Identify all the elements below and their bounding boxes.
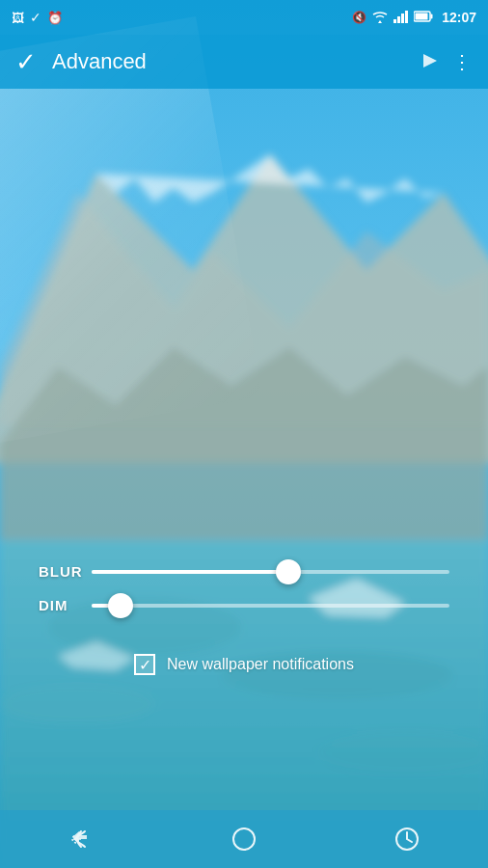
more-options-button[interactable]: ⋮ <box>452 50 473 73</box>
svg-rect-18 <box>416 13 428 19</box>
dim-slider-container[interactable] <box>92 604 449 608</box>
checkbox-box[interactable]: ✓ <box>134 654 155 675</box>
blur-thumb[interactable] <box>276 559 301 584</box>
toolbar-title: Advanced <box>52 49 423 74</box>
checkbox-checkmark-icon: ✓ <box>139 656 151 674</box>
blur-fill <box>92 570 288 574</box>
status-bar-left: 🖼 ✓ ⏰ <box>12 10 63 25</box>
svg-rect-15 <box>405 11 408 23</box>
battery-icon <box>414 11 433 25</box>
notification-row: ✓ New wallpaper notifications <box>0 654 488 675</box>
content-area: BLUR DIM <box>0 89 488 810</box>
blur-slider-container[interactable] <box>92 570 449 574</box>
dim-track <box>92 604 449 608</box>
alarm-status-icon: ⏰ <box>47 11 63 25</box>
svg-rect-12 <box>393 19 396 23</box>
svg-point-21 <box>233 828 255 850</box>
checkbox-label: New wallpaper notifications <box>167 656 354 673</box>
dim-slider-row: DIM <box>39 597 449 613</box>
mute-icon: 🔇 <box>352 11 366 24</box>
svg-marker-19 <box>423 54 437 68</box>
slider-section: BLUR DIM <box>0 563 488 631</box>
svg-rect-14 <box>401 14 404 23</box>
blur-track <box>92 570 449 574</box>
nav-bar <box>0 810 488 868</box>
confirm-button[interactable]: ✓ <box>15 47 37 77</box>
status-bar-right: 🔇 <box>352 10 476 26</box>
dim-label: DIM <box>39 597 92 613</box>
wifi-icon <box>371 10 389 26</box>
play-icon <box>423 54 437 70</box>
image-status-icon: 🖼 <box>12 11 24 25</box>
toolbar: ✓ Advanced ⋮ <box>0 35 488 89</box>
blur-slider-row: BLUR <box>39 563 449 580</box>
screen: 🖼 ✓ ⏰ 🔇 <box>0 0 488 868</box>
status-time: 12:07 <box>442 10 476 25</box>
back-button[interactable] <box>57 820 105 858</box>
home-button[interactable] <box>220 820 268 858</box>
check-status-icon: ✓ <box>30 10 41 25</box>
wallpaper-notifications-checkbox[interactable]: ✓ New wallpaper notifications <box>134 654 354 675</box>
status-bar: 🖼 ✓ ⏰ 🔇 <box>0 0 488 35</box>
blur-label: BLUR <box>39 563 92 580</box>
svg-rect-17 <box>431 14 433 18</box>
signal-icon <box>393 10 409 26</box>
dim-thumb[interactable] <box>108 593 133 618</box>
recents-button[interactable] <box>383 820 431 858</box>
svg-rect-13 <box>397 16 400 23</box>
